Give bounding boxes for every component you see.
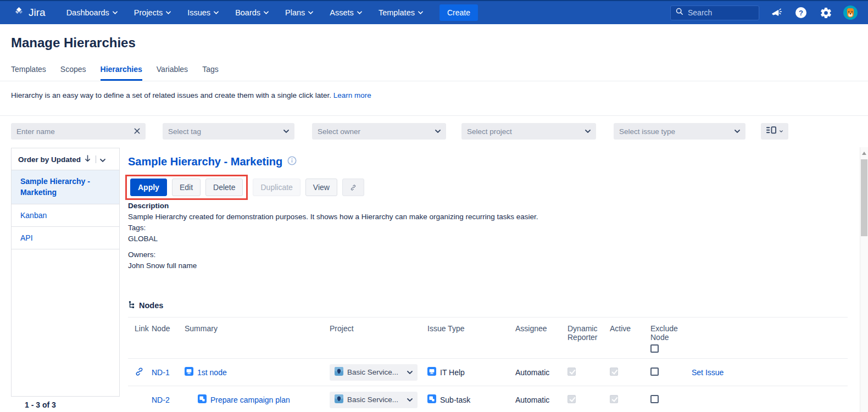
tags-label: Tags: [128,222,538,233]
nav-issues[interactable]: Issues [187,8,219,17]
it-help-icon [427,367,436,377]
it-help-icon [185,367,193,377]
exclude-node-checkbox[interactable] [650,395,659,403]
project-select[interactable]: Basic Service... [330,364,418,381]
search-input[interactable] [688,8,748,17]
clear-icon[interactable] [134,127,140,136]
global-search[interactable] [670,5,759,20]
brand-name: Jira [29,7,46,19]
nav-dashboards[interactable]: Dashboards [66,8,118,17]
create-button[interactable]: Create [439,4,478,21]
project-filter-select[interactable]: Select project [461,123,596,140]
apply-button[interactable]: Apply [130,179,167,196]
name-filter[interactable] [11,123,146,140]
tab-scopes[interactable]: Scopes [60,65,86,81]
tab-templates[interactable]: Templates [11,65,46,81]
view-button[interactable]: View [305,179,337,196]
col-dynamic-reporter: Dynamic Reporter [567,324,610,342]
settings-icon[interactable] [818,5,833,20]
pagination-status: 1 - 3 of 3 [25,400,56,409]
jira-manage-hierarchies-screen: Jira Dashboards Projects Issues Boards P… [0,0,868,412]
dynamic-reporter-checkbox [567,395,576,403]
col-node: Node [152,324,185,333]
intro-text: Hierarchy is an easy way to define a set… [11,91,371,99]
order-by-control[interactable]: Order by Updated [12,148,119,170]
node-link-icon[interactable] [128,367,152,378]
info-icon[interactable] [287,156,297,168]
hierarchy-title: Sample Hierarchy - Marketing [128,155,282,168]
owner-filter-select[interactable]: Select owner [312,123,446,140]
sort-direction-icon[interactable] [85,155,91,164]
exclude-node-checkbox[interactable] [650,368,659,376]
jira-logo-icon [13,6,25,20]
learn-more-link[interactable]: Learn more [333,91,371,99]
project-avatar [335,394,343,405]
tags-value: GLOBAL [128,233,538,244]
col-assignee: Assignee [515,324,567,333]
node-summary-link[interactable]: 1st node [197,368,227,377]
tab-bar: Templates Scopes Hierarchies Variables T… [0,65,868,81]
set-issue-link[interactable]: Set Issue [692,368,724,377]
owners-value: John Snow full name [128,260,538,271]
nav-templates[interactable]: Templates [379,8,423,17]
nav-projects[interactable]: Projects [134,8,171,17]
description-section: Description Sample Hierarchy created for… [128,201,538,271]
nodes-table-header: Link Node Summary Project Issue Type Ass… [128,318,848,359]
issue-type-filter-select[interactable]: Select issue type [614,123,745,140]
scrollbar-thumb[interactable] [861,159,867,236]
sidebar-item-kanban[interactable]: Kanban [12,204,119,227]
search-icon [676,8,683,18]
copy-link-button[interactable] [342,179,364,196]
node-row-nd1: ND-1 1st node Basic Service... [128,359,848,386]
exclude-all-checkbox[interactable] [650,344,659,353]
sidebar-item-sample-hierarchy-marketing[interactable]: Sample Hierarchy - Marketing [12,170,119,204]
node-summary-link[interactable]: Prepare campaign plan [210,396,290,404]
tab-hierarchies[interactable]: Hierarchies [101,65,142,81]
edit-button[interactable]: Edit [172,179,201,196]
subtask-icon [198,394,207,405]
tag-filter-select[interactable]: Select tag [163,123,294,140]
tab-tags[interactable]: Tags [202,65,219,81]
vertical-scrollbar[interactable] [860,147,868,412]
order-by-chevron-icon[interactable] [100,155,105,164]
assignee-value: Automatic [515,368,567,377]
nav-boards[interactable]: Boards [235,8,269,17]
help-icon[interactable]: ? [793,5,809,20]
svg-text:?: ? [799,9,803,17]
nodes-section: Nodes Link Node Summary Project Issue Ty… [128,300,848,412]
navbar-right: ? [670,5,858,20]
view-switcher-button[interactable] [761,123,788,140]
nav-assets[interactable]: Assets [330,8,362,17]
active-checkbox [610,395,618,403]
subtask-icon [427,394,436,405]
assignee-value: Automatic [515,396,567,404]
project-select[interactable]: Basic Service... [330,392,418,408]
section-divider [0,115,868,116]
name-filter-input[interactable] [16,127,134,136]
action-buttons-row: Apply Edit Delete Duplicate View [125,175,364,200]
node-row-nd2: ND-2 Prepare campaign plan Basic Service… [128,386,848,412]
dynamic-reporter-checkbox [567,368,576,376]
description-text: Sample Hierarchy created for demonstrati… [128,211,538,222]
col-project: Project [330,324,427,333]
nodes-title: Nodes [139,301,163,310]
hierarchy-tree-icon [128,300,136,310]
page-title: Manage Hierarchies [11,35,136,51]
col-issue-type: Issue Type [427,324,515,333]
nav-menus: Dashboards Projects Issues Boards Plans … [66,8,423,17]
node-id-link[interactable]: ND-2 [152,396,170,404]
tab-variables[interactable]: Variables [157,65,188,81]
jira-logo[interactable]: Jira [13,6,46,20]
scroll-up-arrow[interactable] [862,152,866,155]
owners-label: Owners: [128,249,538,260]
delete-button[interactable]: Delete [205,179,243,196]
sidebar-item-api[interactable]: API [12,227,119,249]
project-avatar [335,367,343,377]
annotation-highlight: Apply Edit Delete [125,175,248,200]
top-navbar: Jira Dashboards Projects Issues Boards P… [0,0,868,24]
issue-type-value: IT Help [440,368,465,377]
user-avatar[interactable] [843,5,858,20]
node-id-link[interactable]: ND-1 [152,368,170,377]
megaphone-icon[interactable] [769,5,784,20]
nav-plans[interactable]: Plans [285,8,313,17]
